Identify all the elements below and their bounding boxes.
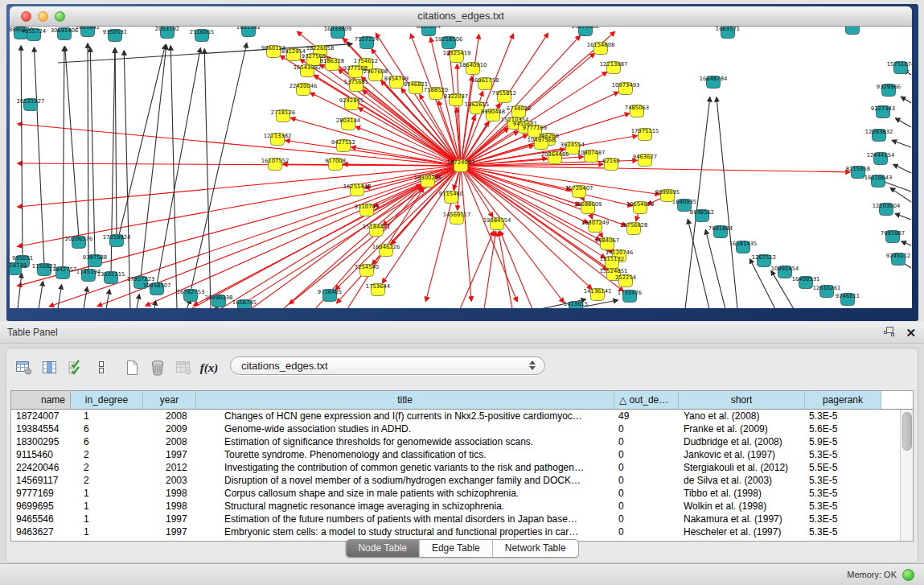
table-cell[interactable]: Wolkin et al. (1998) <box>679 500 805 513</box>
table-settings-icon[interactable] <box>14 359 34 377</box>
table-cell[interactable]: 0 <box>614 487 679 500</box>
new-document-icon[interactable] <box>122 359 142 377</box>
table-cell[interactable]: 5.3E-5 <box>805 474 881 487</box>
table-row[interactable]: 1938455462009Genome-wide association stu… <box>11 422 913 435</box>
table-cell[interactable]: Investigating the contribution of common… <box>196 461 614 474</box>
table-cell[interactable]: 1 <box>71 513 143 525</box>
table-cell[interactable]: 1997 <box>143 513 196 525</box>
tab-node-table[interactable]: Node Table <box>346 540 419 557</box>
table-cell[interactable]: Corpus callosum shape and size in male p… <box>196 487 614 500</box>
table-cell[interactable]: Estimation of the future numbers of pati… <box>196 513 614 525</box>
column-header-title[interactable]: title <box>196 391 614 409</box>
table-cell[interactable]: 9465546 <box>11 513 71 525</box>
table-header-row[interactable]: namein_degreeyeartitle△ out_de…shortpage… <box>11 391 913 410</box>
table-row[interactable]: 946554611997Estimation of the future num… <box>11 513 913 525</box>
table-cell[interactable]: 2008 <box>143 435 196 448</box>
table-cell[interactable]: Jankovic et al. (1997) <box>679 448 805 461</box>
table-cell[interactable]: Tibbo et al. (1998) <box>679 487 805 500</box>
tab-network-table[interactable]: Network Table <box>492 540 578 557</box>
column-header-in_degree[interactable]: in_degree <box>71 391 143 409</box>
table-cell[interactable]: 2012 <box>143 461 196 474</box>
table-cell[interactable]: 1 <box>71 487 143 500</box>
window-titlebar[interactable]: citations_edges.txt <box>10 6 912 27</box>
table-cell[interactable]: 5.6E-5 <box>805 422 881 435</box>
table-row[interactable]: 1872400712008Changes of HCN gene express… <box>11 410 913 422</box>
table-cell[interactable]: 14569117 <box>11 474 71 487</box>
table-cell[interactable]: Yano et al. (2008) <box>679 410 805 422</box>
float-panel-icon[interactable] <box>883 326 895 340</box>
table-cell[interactable]: 5.9E-5 <box>805 435 881 448</box>
table-cell[interactable]: 9699695 <box>11 500 71 513</box>
table-cell[interactable]: 0 <box>614 435 679 448</box>
table-row[interactable]: 911546021997Tourette syndrome. Phenomeno… <box>11 448 913 461</box>
table-cell[interactable]: 5.3E-5 <box>805 448 881 461</box>
table-cell[interactable]: 6 <box>71 422 143 435</box>
table-cell[interactable]: 1 <box>71 410 143 422</box>
table-cell[interactable]: 2008 <box>143 410 196 422</box>
table-cell[interactable]: 2 <box>71 461 143 474</box>
table-selector-combo[interactable]: citations_edges.txt <box>230 356 545 375</box>
table-row[interactable]: 1456911722003Disruption of a novel membe… <box>11 474 913 487</box>
close-panel-icon[interactable]: ✕ <box>906 327 916 339</box>
column-edit-icon[interactable] <box>40 359 60 377</box>
table-cell[interactable]: 1 <box>71 500 143 513</box>
function-builder-icon[interactable]: f(x) <box>199 359 219 377</box>
table-cell[interactable]: 9777169 <box>11 487 71 500</box>
table-cell[interactable]: 5.3E-5 <box>805 487 881 500</box>
table-cell[interactable]: 0 <box>614 513 679 525</box>
table-cell[interactable]: Hescheler et al. (1997) <box>679 525 805 538</box>
tab-edge-table[interactable]: Edge Table <box>419 540 492 557</box>
table-cell[interactable]: 2 <box>71 474 143 487</box>
table-cell[interactable]: 5.3E-5 <box>805 410 881 422</box>
memory-status-indicator[interactable] <box>902 569 914 581</box>
table-cell[interactable]: Nakamura et al. (1997) <box>679 513 805 525</box>
column-header-pagerank[interactable]: pagerank <box>805 391 881 409</box>
table-cell[interactable]: Stergiakouli et al. (2012) <box>679 461 805 474</box>
table-cell[interactable]: Disruption of a novel member of a sodium… <box>196 474 614 487</box>
table-cell[interactable]: 1 <box>71 525 143 538</box>
table-cell[interactable]: 22420046 <box>11 461 71 474</box>
network-canvas[interactable]: 8990124405572430691406166384293505312053… <box>10 27 912 308</box>
column-header-name[interactable]: name <box>11 391 71 409</box>
select-mode-icon[interactable] <box>66 359 85 377</box>
scrollbar-thumb[interactable] <box>902 412 912 451</box>
table-cell[interactable]: Genome-wide association studies in ADHD. <box>196 422 614 435</box>
table-cell[interactable]: 2003 <box>143 474 196 487</box>
table-cell[interactable]: Estimation of significance thresholds fo… <box>196 435 614 448</box>
column-header-year[interactable]: year <box>143 391 196 409</box>
table-cell[interactable]: 0 <box>614 500 679 513</box>
table-cell[interactable]: 49 <box>614 410 679 422</box>
table-cell[interactable]: 9115460 <box>11 448 71 461</box>
table-cell[interactable]: 2009 <box>143 422 196 435</box>
table-row[interactable]: 1830029562008Estimation of significance … <box>11 435 913 448</box>
table-cell[interactable]: 1998 <box>143 500 196 513</box>
column-header-short[interactable]: short <box>679 391 805 409</box>
table-cell[interactable]: 0 <box>614 448 679 461</box>
table-cell[interactable]: Tourette syndrome. Phenomenology and cla… <box>196 448 614 461</box>
table-cell[interactable]: Structural magnetic resonance image aver… <box>196 500 614 513</box>
table-cell[interactable]: 0 <box>614 422 679 435</box>
table-cell[interactable]: 0 <box>614 525 679 538</box>
table-cell[interactable]: 5.5E-5 <box>805 461 881 474</box>
row-height-icon[interactable] <box>92 359 111 377</box>
table-cell[interactable]: 0 <box>614 474 679 487</box>
citation-network-graph[interactable]: 8990124405572430691406166384293505312053… <box>10 27 912 308</box>
table-row[interactable]: 977716911998Corpus callosum shape and si… <box>11 487 913 500</box>
delete-trash-icon[interactable] <box>148 359 167 377</box>
table-row[interactable]: 946362711997Embryonic stem cells: a mode… <box>11 525 913 538</box>
table-cell[interactable]: Changes of HCN gene expression and I(f) … <box>196 410 614 422</box>
table-cell[interactable]: 5.3E-5 <box>805 500 881 513</box>
table-cell[interactable]: 1997 <box>143 448 196 461</box>
table-vertical-scrollbar[interactable] <box>900 410 913 541</box>
table-row[interactable]: 969969511998Structural magnetic resonanc… <box>11 500 913 513</box>
table-row[interactable]: 2242004622012Investigating the contribut… <box>11 461 913 474</box>
table-cell[interactable]: de Silva et al. (2003) <box>679 474 805 487</box>
table-cell[interactable]: 18724007 <box>11 410 71 422</box>
table-cell[interactable]: 5.3E-5 <box>805 525 881 538</box>
table-cell[interactable]: 6 <box>71 435 143 448</box>
column-header-out_de[interactable]: △ out_de… <box>614 391 679 409</box>
table-cell[interactable]: 19384554 <box>11 422 71 435</box>
table-cell[interactable]: 0 <box>614 461 679 474</box>
table-cell[interactable]: 9463627 <box>11 525 71 538</box>
table-cell[interactable]: 18300295 <box>11 435 71 448</box>
